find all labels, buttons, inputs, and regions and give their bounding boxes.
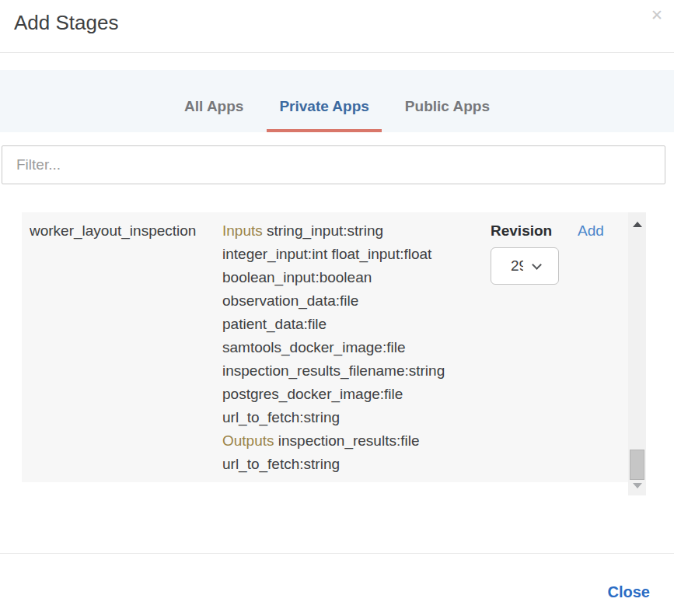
apps-list: worker_layout_inspection Inputs string_i… [22, 212, 646, 495]
io-line: boolean_input:boolean [222, 266, 491, 289]
io-line: Inputs string_input:string [222, 219, 491, 243]
dialog-title: Add Stages [14, 11, 660, 34]
outputs-label: Outputs [222, 432, 274, 449]
io-line: postgres_docker_image:file [222, 383, 491, 406]
inputs-label: Inputs [222, 222, 263, 239]
tab-private-apps[interactable]: Private Apps [267, 98, 381, 132]
add-column: Add [578, 219, 604, 243]
tab-all-apps[interactable]: All Apps [172, 98, 256, 132]
io-line: patient_data:file [222, 313, 491, 336]
tab-bar: All Apps Private Apps Public Apps [0, 70, 674, 132]
chevron-down-icon [532, 260, 542, 270]
io-line: url_to_fetch:string [222, 453, 491, 476]
io-text: string_input:string [267, 222, 383, 239]
app-io-details: Inputs string_input:string integer_input… [222, 219, 491, 476]
triangle-down-icon [633, 483, 642, 488]
revision-column: Revision 29 [491, 219, 561, 285]
io-line: inspection_results_filename:string [222, 359, 491, 383]
revision-select[interactable]: 29 [491, 247, 559, 285]
app-row: worker_layout_inspection Inputs string_i… [22, 212, 628, 482]
filter-container [2, 145, 665, 184]
close-icon[interactable]: ✕ [649, 6, 665, 24]
io-line: samtools_docker_image:file [222, 336, 491, 359]
revision-value: 29 [511, 257, 523, 275]
io-text: inspection_results:file [278, 432, 420, 449]
scrollbar-down-arrow-icon[interactable] [628, 477, 646, 494]
tab-public-apps[interactable]: Public Apps [393, 98, 502, 132]
add-button[interactable]: Add [578, 222, 604, 239]
close-button[interactable]: Close [608, 583, 650, 601]
io-line: url_to_fetch:string [222, 406, 491, 429]
scrollbar-up-arrow-icon[interactable] [628, 215, 646, 233]
io-line: observation_data:file [222, 289, 491, 313]
revision-header: Revision [491, 219, 561, 243]
dialog-header: Add Stages ✕ [0, 0, 674, 53]
io-line: Outputs inspection_results:file [222, 429, 491, 453]
scrollbar[interactable] [628, 212, 646, 495]
app-name: worker_layout_inspection [30, 219, 222, 243]
scrollbar-thumb[interactable] [630, 450, 644, 480]
io-line: integer_input:int float_input:float [222, 243, 491, 266]
filter-input[interactable] [2, 145, 665, 184]
dialog-footer: Close [0, 553, 674, 601]
triangle-up-icon [633, 222, 642, 227]
